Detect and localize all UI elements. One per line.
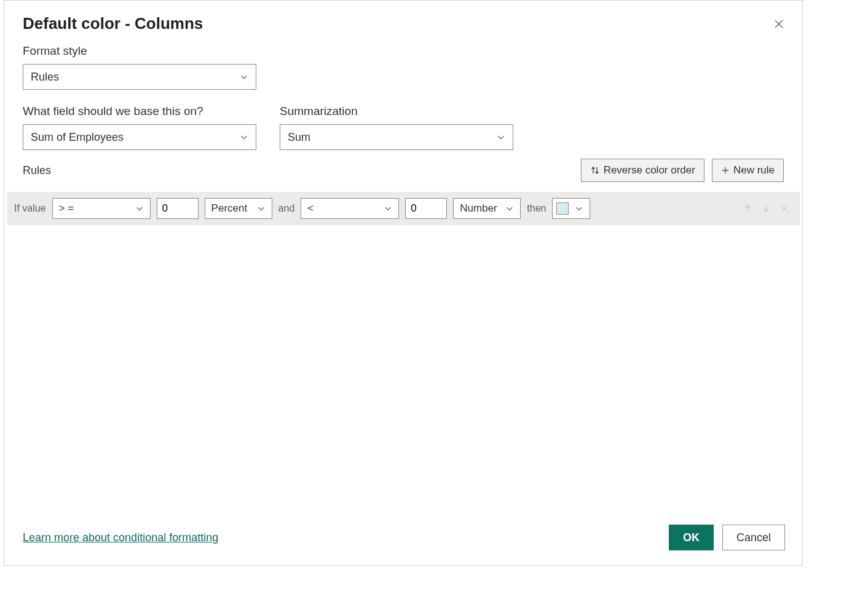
delete-rule-button[interactable]	[779, 203, 790, 214]
arrow-up-icon	[743, 204, 752, 213]
based-on-value: Sum of Employees	[31, 131, 124, 144]
format-style-dropdown[interactable]: Rules	[23, 64, 256, 90]
rules-label: Rules	[23, 164, 51, 177]
reverse-color-order-button[interactable]: Reverse color order	[581, 159, 704, 182]
rule-operator-1-value: > =	[59, 202, 74, 215]
rule-unit-1-value: Percent	[211, 202, 248, 215]
rule-color-picker[interactable]	[552, 198, 590, 219]
rule-row: If value > = Percent and < Number then	[7, 192, 800, 225]
chevron-down-icon	[497, 133, 505, 141]
chevron-down-icon	[240, 133, 248, 141]
format-style-field: Format style Rules	[23, 44, 784, 90]
chevron-down-icon	[575, 204, 583, 213]
then-label: then	[527, 203, 546, 214]
chevron-down-icon	[135, 204, 144, 213]
close-icon	[774, 19, 784, 29]
dialog-header: Default color - Columns	[4, 1, 802, 44]
summarization-dropdown[interactable]: Sum	[280, 124, 513, 150]
conditional-formatting-dialog: Default color - Columns Format style Rul…	[4, 0, 803, 566]
rule-color-swatch	[556, 202, 569, 215]
cancel-button[interactable]: Cancel	[722, 525, 785, 550]
swap-icon	[590, 165, 600, 175]
plus-icon	[721, 166, 730, 175]
rules-header: Rules Reverse color order New rule	[23, 159, 784, 182]
rule-operator-2-dropdown[interactable]: <	[301, 198, 399, 219]
summarization-field: Summarization Sum	[280, 105, 513, 150]
chevron-down-icon	[240, 73, 248, 81]
ok-button[interactable]: OK	[669, 525, 714, 550]
chevron-down-icon	[505, 204, 514, 213]
arrow-down-icon	[761, 204, 771, 213]
based-on-dropdown[interactable]: Sum of Employees	[23, 124, 256, 150]
and-label: and	[278, 203, 295, 214]
summarization-value: Sum	[288, 131, 310, 144]
rule-value-2-input[interactable]	[405, 198, 447, 219]
chevron-down-icon	[257, 204, 266, 213]
rule-operator-2-value: <	[307, 202, 314, 215]
new-rule-label: New rule	[733, 164, 775, 177]
format-style-label: Format style	[23, 44, 784, 58]
move-rule-down-button[interactable]	[760, 203, 771, 214]
dialog-title: Default color - Columns	[23, 14, 203, 33]
close-icon	[780, 204, 789, 213]
move-rule-up-button[interactable]	[742, 203, 753, 214]
format-style-value: Rules	[31, 71, 59, 84]
close-button[interactable]	[773, 18, 785, 30]
based-on-label: What field should we base this on?	[23, 105, 256, 118]
rule-operator-1-dropdown[interactable]: > =	[52, 198, 151, 219]
rule-unit-1-dropdown[interactable]: Percent	[205, 198, 272, 219]
learn-more-link[interactable]: Learn more about conditional formatting	[23, 531, 218, 544]
reverse-color-order-label: Reverse color order	[604, 164, 695, 177]
if-value-label: If value	[14, 203, 46, 214]
rule-value-1-input[interactable]	[157, 198, 199, 219]
summarization-label: Summarization	[280, 105, 513, 118]
rule-unit-2-value: Number	[460, 202, 497, 215]
chevron-down-icon	[384, 204, 392, 213]
rule-unit-2-dropdown[interactable]: Number	[453, 198, 521, 219]
dialog-footer: Learn more about conditional formatting …	[23, 525, 785, 550]
new-rule-button[interactable]: New rule	[712, 159, 784, 182]
based-on-field: What field should we base this on? Sum o…	[23, 105, 256, 150]
